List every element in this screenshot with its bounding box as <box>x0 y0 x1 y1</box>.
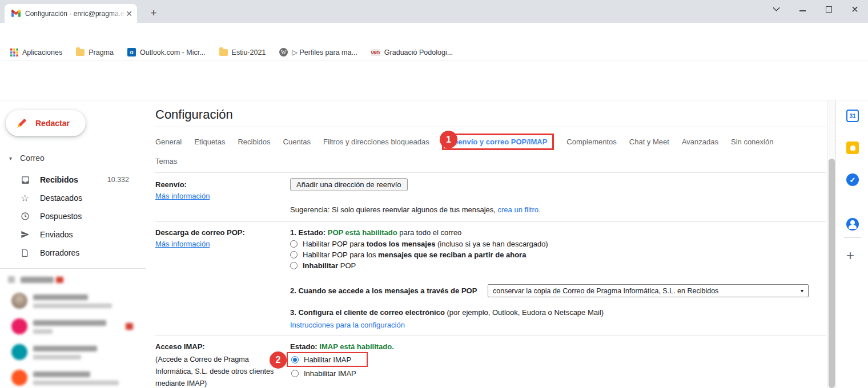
tab-complementos[interactable]: Complementos <box>566 138 616 146</box>
sidebar-item-inbox[interactable]: Recibidos 10.332 <box>0 171 142 189</box>
pop-status-line: 1. Estado: POP está habilitado para todo… <box>290 228 461 237</box>
compose-label: Redactar <box>35 119 70 128</box>
avatar <box>11 293 27 309</box>
wordpress-icon: W <box>279 48 288 56</box>
tab-cuentas[interactable]: Cuentas <box>283 138 311 146</box>
avatar <box>11 370 27 386</box>
tasks-icon[interactable]: ✓ <box>846 173 859 186</box>
tab-general[interactable]: General <box>155 138 182 146</box>
send-icon <box>21 230 31 239</box>
caret-down-icon: ▾ <box>9 155 12 161</box>
ubtv-icon: UBtv <box>371 49 380 56</box>
tab-reenvio-pop-imap[interactable]: Reenvío y correo POP/IMAP <box>442 134 554 150</box>
bookmark-apps[interactable]: Aplicaciones <box>10 48 62 56</box>
pop-more-link[interactable]: Más información <box>155 240 210 248</box>
mail-section-toggle[interactable]: ▾ Correo <box>9 153 45 163</box>
hint-text: Sugerencia: Si solo quieres reenviar alg… <box>290 205 498 214</box>
tab-close-icon[interactable]: ✕ <box>126 10 132 18</box>
minimize-button[interactable] <box>789 0 815 18</box>
sidebar-item-label: Destacados <box>40 193 82 203</box>
tab-title: Configuración - enric@pragma.es <box>25 10 126 18</box>
sidebar-item-label: Borradores <box>40 248 79 257</box>
chat-contact[interactable] <box>0 318 146 341</box>
avatar <box>11 344 27 360</box>
create-filter-link[interactable]: crea un filtro. <box>498 205 541 214</box>
clock-icon <box>21 212 31 221</box>
bookmark-label: ▷ Perfiles para ma... <box>292 48 357 56</box>
pop-option-all[interactable]: Habilitar POP para todos los mensajes (i… <box>290 240 548 248</box>
gmail-header: Gmail Activo ▾ ? ⚙ PRAGMA E <box>0 60 868 100</box>
tab-temas[interactable]: Temas <box>155 157 177 165</box>
sidebar-item-sent[interactable]: Enviados <box>0 225 142 244</box>
forwarding-hint: Sugerencia: Si solo quieres reenviar alg… <box>290 205 541 214</box>
radio-unchecked[interactable] <box>290 262 298 269</box>
pop-status-suffix: para todo el correo <box>397 228 462 237</box>
sidebar-item-starred[interactable]: ☆ Destacados <box>0 189 142 207</box>
browser-tab[interactable]: Configuración - enric@pragma.es ✕ <box>5 4 137 23</box>
bookmark-graduacio[interactable]: UBtvGraduació Podologi... <box>371 48 453 56</box>
tab-etiquetas[interactable]: Etiquetas <box>194 138 225 146</box>
bookmark-outlook[interactable]: oOutlook.com - Micr... <box>127 48 206 56</box>
close-window-button[interactable]: ✕ <box>842 0 868 18</box>
get-addons-plus-icon[interactable]: + <box>846 248 854 264</box>
keep-icon[interactable] <box>846 142 859 154</box>
pop-configure-line: 3. Configura el cliente de correo electr… <box>290 308 604 317</box>
chat-contact[interactable] <box>0 370 146 388</box>
tab-search-icon[interactable] <box>763 0 789 18</box>
sidebar-item-snoozed[interactable]: Pospuestos <box>0 207 142 225</box>
pop-when-label: 2. Cuando se accede a los mensajes a tra… <box>290 286 477 295</box>
pop-copy-select[interactable]: conservar la copia de Correo de Pragma I… <box>488 284 809 297</box>
imap-option-disable[interactable]: Inhabilitar IMAP <box>291 369 356 378</box>
unread-count: 10.332 <box>107 176 129 184</box>
sidebar-item-label: Enviados <box>40 230 73 239</box>
radio-unchecked[interactable] <box>290 251 298 258</box>
draft-file-icon <box>21 248 31 257</box>
bookmarks-bar: Aplicaciones Pragma oOutlook.com - Micr.… <box>0 45 868 60</box>
bookmark-label: Outlook.com - Micr... <box>140 48 206 56</box>
rail-divider <box>844 237 861 238</box>
contacts-icon[interactable] <box>846 218 859 231</box>
configuration-instructions-link[interactable]: Instrucciones para la configuración <box>290 321 405 329</box>
tab-filtros[interactable]: Filtros y direcciones bloqueadas <box>323 138 429 146</box>
imap-status-highlight: IMAP está habilitado. <box>319 342 394 351</box>
bookmark-label: Aplicaciones <box>22 48 62 56</box>
mail-section-label: Correo <box>20 153 45 163</box>
chat-section-header: + <box>0 273 146 286</box>
bookmark-label: Pragma <box>89 48 114 56</box>
new-tab-button[interactable]: + <box>146 6 161 21</box>
bookmark-perfiles[interactable]: W▷ Perfiles para ma... <box>279 48 357 56</box>
browser-tabstrip: Configuración - enric@pragma.es ✕ + ✕ <box>0 0 868 23</box>
pop-option-disable[interactable]: Inhabilitar POP <box>290 261 356 270</box>
annotation-step-2: 2 <box>270 351 287 369</box>
tab-recibidos[interactable]: Recibidos <box>238 138 270 146</box>
page-scrollbar[interactable] <box>827 100 835 388</box>
bookmark-pragma[interactable]: Pragma <box>76 48 114 56</box>
imap-status-prefix: Estado: <box>290 342 319 351</box>
maximize-button[interactable] <box>815 0 842 18</box>
imap-label: Acceso IMAP: <box>155 342 205 351</box>
forwarding-more-link[interactable]: Más información <box>155 192 210 200</box>
pencil-icon <box>16 118 27 129</box>
scrollbar-thumb[interactable] <box>829 159 835 388</box>
sidebar-item-label: Recibidos <box>40 175 78 184</box>
gmail-sidebar: Redactar ▾ Correo Recibidos 10.332 ☆ Des… <box>0 100 146 388</box>
imap-sublabel: (Accede a Correo de Pragma Informática, … <box>155 354 287 388</box>
bookmark-estiu[interactable]: Estiu-2021 <box>219 48 266 56</box>
annotation-step-1: 1 <box>440 131 457 148</box>
add-forwarding-address-button[interactable]: Añadir una dirección de reenvío <box>290 178 408 191</box>
chat-contact[interactable] <box>0 293 146 316</box>
pop-copy-select-value: conservar la copia de Correo de Pragma I… <box>493 287 718 295</box>
radio-unchecked[interactable] <box>290 240 298 248</box>
bookmark-label: Estiu-2021 <box>232 48 266 56</box>
pop-option-from-now[interactable]: Habilitar POP para los mensajes que se r… <box>290 250 526 259</box>
forwarding-label: Reenvío: <box>155 180 187 189</box>
sidebar-item-drafts[interactable]: Borradores <box>0 244 142 262</box>
tab-avanzadas[interactable]: Avanzadas <box>682 138 718 146</box>
radio-unchecked[interactable] <box>291 370 299 377</box>
annotation-box-enable-imap <box>287 352 368 367</box>
tab-sin-conexion[interactable]: Sin conexión <box>731 138 773 146</box>
compose-button[interactable]: Redactar <box>6 110 86 136</box>
chat-contact[interactable] <box>0 344 146 367</box>
calendar-icon[interactable]: 31 <box>846 110 859 122</box>
tab-chat-meet[interactable]: Chat y Meet <box>629 138 669 146</box>
